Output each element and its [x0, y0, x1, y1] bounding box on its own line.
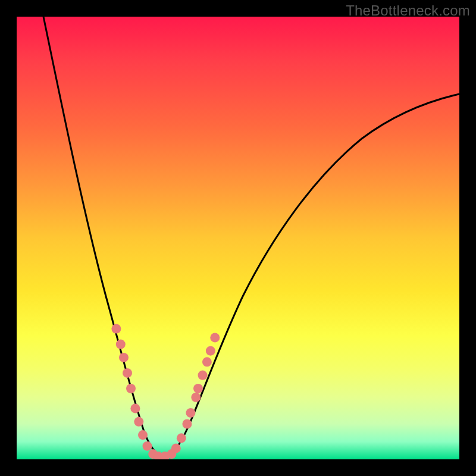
marker-dot: [143, 441, 152, 451]
marker-dot: [111, 324, 121, 334]
chart-frame: TheBottleneck.com: [0, 0, 476, 476]
marker-dot: [116, 340, 126, 349]
marker-dot: [138, 430, 148, 440]
marker-dot: [206, 346, 215, 356]
watermark-text: TheBottleneck.com: [346, 2, 470, 19]
marker-dot: [210, 333, 220, 342]
curve-layer: [43, 17, 459, 457]
marker-dot: [202, 357, 212, 367]
marker-dot: [198, 371, 208, 380]
marker-dot: [130, 403, 140, 413]
right-curve: [164, 94, 459, 457]
marker-dot: [119, 353, 129, 362]
marker-dot: [171, 443, 181, 453]
marker-dot: [126, 384, 136, 393]
marker-dot: [182, 419, 192, 429]
marker-dot: [191, 393, 201, 402]
marker-dot: [177, 433, 186, 443]
marker-dot: [134, 417, 143, 427]
plot-area: [17, 17, 459, 459]
marker-dot: [193, 384, 203, 393]
chart-svg: [17, 17, 459, 459]
marker-dot: [123, 368, 132, 378]
marker-dot: [186, 408, 195, 418]
left-curve: [43, 17, 164, 457]
